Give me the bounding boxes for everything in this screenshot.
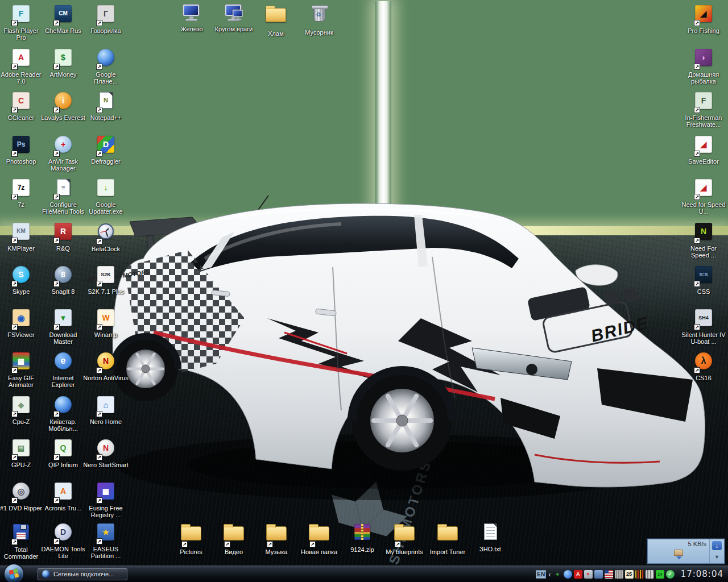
desktop-icon-betaclock[interactable]: ↗BetaClock	[83, 221, 129, 252]
tray-icons: ♣A×2514✓	[553, 570, 675, 579]
desktop-icon-defraggler[interactable]: D↗Defraggler	[83, 134, 129, 165]
shortcut-arrow-overlay: ↗	[96, 281, 102, 287]
shortcut-arrow-overlay: ↗	[53, 324, 60, 330]
desktop-icon-rnq[interactable]: R↗R&Q	[40, 221, 86, 252]
desktop-icon-my-blueprints[interactable]: ↗My blueprints	[382, 522, 427, 555]
shortcut-arrow-overlay: ↗	[96, 497, 102, 504]
desktop-icon-download-master[interactable]: ▼↗Download Master	[40, 307, 86, 345]
desktop-icon-easeus-partition[interactable]: ★↗EASEUS Partition ...	[83, 522, 129, 559]
desktop-icon-govorilka[interactable]: Г↗Говорилка	[83, 3, 129, 34]
tray-icon-display-error[interactable]: ×	[584, 570, 593, 579]
tray-icon-green-meter[interactable]: 14	[656, 570, 664, 579]
desktop-icon-video[interactable]: ↗Видео	[211, 522, 257, 555]
desktop-icon-saveeditor[interactable]: ◢↗SaveEditor	[681, 134, 726, 165]
desktop-icon-dvd-ripper[interactable]: ◎↗#1 DVD Ripper	[0, 481, 44, 512]
taskbar-clock[interactable]: 17:08:04	[681, 569, 723, 579]
collapse-widget-button[interactable]: ▼	[712, 552, 722, 562]
tray-icon-anvir-clover[interactable]: ♣	[553, 570, 562, 579]
desktop-icon-zno-txt[interactable]: ЗНО.txt	[468, 522, 513, 552]
desktop-icon-pictures[interactable]: ↗Pictures	[168, 522, 214, 555]
desktop-icon-domashnyaya-rybalka[interactable]: ◗↗Домашняя рыбалка	[681, 47, 726, 85]
shortcut-arrow-overlay: ↗	[96, 454, 102, 460]
desktop-icon-nfs-underground[interactable]: ◢↗Need for Speed U...	[681, 177, 726, 215]
shortcut-arrow-overlay: ↗	[395, 541, 401, 547]
taskbar-task-network-connections[interactable]: Сетевые подключе...	[38, 568, 127, 580]
desktop-icon-nfs-2[interactable]: N↗Need For Speed ...	[681, 221, 726, 259]
desktop-icon-css[interactable]: S:S↗CSS	[681, 264, 726, 295]
desktop-icon-9124-zip[interactable]: 9124.zip	[340, 522, 385, 553]
desktop-icon-nero-home[interactable]: ⌂↗Nero Home	[83, 394, 129, 425]
tray-icon-shield-check[interactable]: ✓	[666, 570, 675, 579]
desktop-icon-internet-explorer[interactable]: eInternet Explorer	[40, 351, 86, 388]
desktop-icon-novaya-papka[interactable]: ↗Новая папка	[296, 522, 342, 555]
desktop-icon-easy-gif-animator[interactable]: ▦↗Easy GIF Animator	[0, 351, 44, 388]
system-tray: EN ‹ ♣A×2514✓ 17:08:04	[536, 566, 728, 582]
shortcut-arrow-overlay: ↗	[53, 411, 60, 417]
desktop-icon-filemenu-tools[interactable]: ≡↗Configure FileMenu Tools	[40, 177, 86, 215]
desktop-icon-label: Flash Player Pro	[0, 27, 44, 41]
desktop-icon-daemon-tools-lite[interactable]: D↗DAEMON Tools Lite	[40, 522, 86, 559]
tray-icon-globe[interactable]	[564, 570, 572, 579]
desktop-icon-cs16[interactable]: λ↗CS16	[681, 351, 726, 381]
desktop-icon-silent-hunter[interactable]: SH4↗Silent Hunter IV U-boat ...	[681, 307, 726, 345]
tray-icon-ati[interactable]: A	[574, 570, 582, 579]
tray-icon-calendar-25[interactable]: 25	[625, 570, 634, 579]
desktop-icon-flash-player-pro[interactable]: F↗Flash Player Pro	[0, 3, 44, 41]
shortcut-arrow-overlay: ↗	[11, 539, 18, 545]
desktop-icon-eusing-free-registry[interactable]: ▦↗Eusing Free Registry ...	[83, 481, 129, 518]
desktop-icon-krugom-vragi[interactable]: Кругом враги	[211, 3, 257, 32]
desktop-icon-muzyka[interactable]: ↗Музыка	[254, 522, 299, 555]
tray-icon-traffic-meter[interactable]	[635, 570, 644, 579]
desktop-icon-adobe-reader[interactable]: A↗Adobe Reader 7.0	[0, 47, 44, 85]
desktop-icon-ccleaner[interactable]: C↗CCleaner	[0, 90, 44, 121]
desktop-icon-label: FSViewer	[0, 331, 44, 338]
desktop-icon-artmoney[interactable]: $↗ArtMoney	[40, 47, 86, 78]
desktop-icon-musornik[interactable]: Мусорник	[296, 3, 342, 36]
musornik-icon	[313, 7, 325, 22]
desktop-icon-fsviewer[interactable]: ◉↗FSViewer	[0, 307, 44, 338]
desktop-icon-label: EASEUS Partition ...	[83, 546, 129, 559]
desktop-icon-gpu-z[interactable]: ▤↗GPU-Z	[0, 438, 44, 468]
desktop-icon-import-tuner[interactable]: Import Tuner	[425, 522, 470, 555]
desktop-icon-kyivstar-mobile[interactable]: ↗Київстар. Мобільн...	[40, 394, 86, 432]
desktop-icon-notepad-plus-plus[interactable]: N↗Notepad++	[83, 90, 129, 121]
desktop-icon-pro-fishing[interactable]: ◢↗Pro Fishing	[681, 3, 726, 34]
desktop-icon-norton-antivirus[interactable]: N↗Norton AntiVirus	[83, 351, 129, 381]
desktop-icon-s2k[interactable]: S2K↗S2K 7.1 Plus	[83, 264, 129, 295]
desktop-icon-photoshop[interactable]: Ps↗Photoshop	[0, 134, 44, 165]
language-indicator[interactable]: EN	[536, 570, 546, 579]
desktop-icon-total-commander[interactable]: ↗Total Commander	[0, 522, 44, 560]
tray-expand-chevron[interactable]: ‹	[548, 571, 551, 578]
desktop-icon-7z[interactable]: 7z↗7z	[0, 177, 44, 208]
desktop-icon-skype[interactable]: S↗Skype	[0, 264, 44, 295]
download-arrow-button[interactable]: ↓	[712, 541, 722, 550]
desktop-icon-anvir-task-manager[interactable]: +↗AnVir Task Manager	[40, 134, 86, 172]
network-connections-icon	[42, 570, 50, 578]
desktop-icon-zhelezo[interactable]: Железо	[169, 3, 214, 32]
shortcut-arrow-overlay: ↗	[96, 367, 102, 373]
desktop-icon-label: Nero Home	[83, 418, 129, 425]
desktop-icon-in-fisherman[interactable]: F↗In-Fisherman Freshwate...	[681, 90, 726, 128]
tray-icon-bars[interactable]	[646, 570, 654, 579]
desktop-icon-snagit[interactable]: 8↗SnagIt 8	[40, 264, 86, 295]
tray-icon-memory-chip[interactable]	[615, 570, 623, 579]
desktop-icon-google-earth[interactable]: ↗Google Плане...	[83, 47, 129, 85]
start-button[interactable]	[4, 564, 24, 582]
desktop-icon-qip-infium[interactable]: Q↗QIP Infium	[40, 438, 86, 468]
desktop-icon-label: CCleaner	[0, 114, 44, 121]
tray-icon-qip[interactable]	[594, 570, 603, 579]
desktop-icon-label: S2K 7.1 Plus	[83, 288, 129, 295]
desktop-icon-acronis-true-image[interactable]: A↗Acronis Tru...	[40, 481, 86, 512]
desktop-icon-chemax-rus[interactable]: CM↗CheMax Rus	[40, 3, 86, 34]
desktop-icon-google-updater[interactable]: ↓Google Updater.exe	[83, 177, 129, 215]
desktop-icon-everest[interactable]: i↗Lavalys Everest	[40, 90, 86, 121]
desktop-icon-khlam[interactable]: Хлам	[253, 3, 299, 37]
tray-icon-us-flag[interactable]	[605, 570, 613, 579]
desktop-icon-nero-startsmart[interactable]: N↗Nero StartSmart	[83, 438, 129, 468]
desktop-icon-cpu-z[interactable]: ◆↗Cpu-Z	[0, 394, 44, 425]
desktop-icon-winamp[interactable]: W↗Winamp	[83, 307, 129, 338]
import-tuner-icon	[437, 526, 458, 541]
desktop-icon-kmplayer[interactable]: KM↗KMPlayer	[0, 221, 44, 252]
download-speed-widget[interactable]: 5 KB/s ↓ ▼	[647, 539, 725, 564]
internet-explorer-icon: e	[55, 352, 72, 369]
